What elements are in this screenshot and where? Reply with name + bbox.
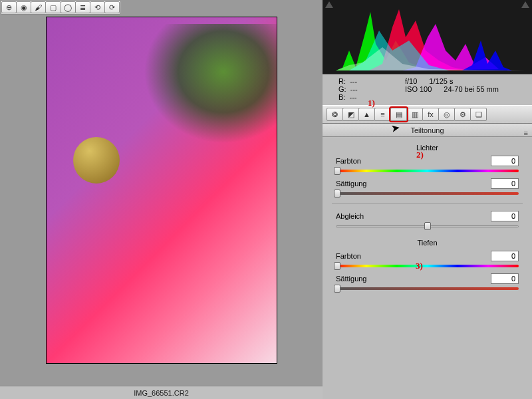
highlights-sat-label: Sättigung: [336, 180, 366, 188]
shadows-sat-slider[interactable]: [336, 285, 519, 292]
eye-tool-icon[interactable]: ◉: [16, 1, 31, 13]
tonecurve-icon[interactable]: ◩: [342, 108, 359, 121]
presets-icon[interactable]: ❏: [470, 108, 487, 121]
rotate-cw-icon[interactable]: ⟳: [104, 1, 120, 13]
shadows-hue-slider[interactable]: [336, 263, 519, 269]
annotation-3: 3): [416, 261, 423, 271]
shadows-sat-label: Sättigung: [336, 275, 366, 283]
fx-icon[interactable]: fx: [422, 108, 439, 121]
preview-toolbar: ⊕◉🖌▢◯≣⟲⟳: [0, 0, 121, 15]
histogram[interactable]: [323, 0, 532, 74]
highlights-hue-control: Farbton: [336, 156, 519, 174]
panel-title: Teiltonung: [410, 126, 444, 134]
divider: [332, 203, 523, 204]
g-value: ---: [350, 85, 358, 93]
highlights-sat-control: Sättigung: [336, 178, 519, 197]
aperture-icon[interactable]: ❂: [327, 108, 343, 121]
lens-value: 24-70 bei 55 mm: [444, 85, 499, 93]
panel-header: Teiltonung ≡: [323, 124, 532, 137]
hsl-icon[interactable]: ≡: [374, 108, 391, 121]
highlights-title: Lichter: [336, 144, 519, 152]
annotation-2: 2): [416, 150, 424, 160]
highlights-hue-slider[interactable]: [336, 168, 519, 174]
highlights-sat-slider[interactable]: [336, 190, 519, 197]
shadows-title: Tiefen: [336, 239, 519, 247]
r-value: ---: [350, 77, 357, 85]
annotation-1: 1): [368, 98, 375, 108]
r-label: R:: [338, 77, 346, 85]
highlights-hue-label: Farbton: [336, 157, 361, 165]
rotate-ccw-icon[interactable]: ⟲: [90, 1, 105, 13]
highlights-hue-input[interactable]: [491, 156, 519, 166]
panel-menu-icon[interactable]: ≡: [524, 126, 528, 140]
canvas-area[interactable]: [0, 16, 323, 385]
balance-input[interactable]: [491, 211, 519, 221]
camera-icon[interactable]: ◎: [438, 108, 455, 121]
shadows-sat-control: Sättigung: [336, 273, 519, 292]
aperture-value: f/10: [405, 77, 417, 85]
shutter-value: 1/125 s: [429, 77, 453, 85]
shadows-sat-input[interactable]: [491, 273, 519, 284]
list-tool-icon[interactable]: ≣: [75, 1, 90, 13]
splittone-icon[interactable]: ▤: [390, 108, 407, 121]
histogram-graph: [329, 4, 525, 70]
lens-icon[interactable]: ▥: [406, 108, 423, 121]
b-value: ---: [350, 93, 357, 101]
image-preview[interactable]: [47, 17, 277, 363]
target-tool-icon[interactable]: ⊕: [1, 1, 17, 13]
highlights-sat-input[interactable]: [491, 178, 519, 189]
detail-icon[interactable]: ▲: [358, 108, 375, 121]
g-label: G:: [338, 85, 346, 93]
shadows-hue-label: Farbton: [336, 252, 361, 260]
panel-body: Lichter Farbton Sättigung Abgleich Tiefe…: [323, 137, 532, 303]
crop-tool-icon[interactable]: ▢: [45, 1, 61, 13]
b-label: B:: [338, 93, 345, 101]
adjustments-pane: R: --- f/101/125 s G: --- ISO 10024-70 b…: [323, 0, 532, 399]
iso-value: ISO 100: [405, 85, 432, 93]
shadows-hue-input[interactable]: [491, 251, 519, 261]
brush-tool-icon[interactable]: 🖌: [31, 1, 46, 13]
sliders-icon[interactable]: ⚙: [454, 108, 471, 121]
balance-label: Abgleich: [336, 212, 364, 220]
balance-slider[interactable]: [336, 223, 519, 229]
preview-pane: ⊕◉🖌▢◯≣⟲⟳ IMG_66551.CR2: [0, 0, 323, 399]
balance-control: Abgleich: [336, 211, 519, 229]
ellipse-tool-icon[interactable]: ◯: [61, 1, 76, 13]
filename-label: IMG_66551.CR2: [0, 386, 323, 399]
shadows-hue-control: Farbton: [336, 251, 519, 269]
image-metadata: R: --- f/101/125 s G: --- ISO 10024-70 b…: [323, 74, 532, 105]
panel-toolbar: ❂◩▲≡▤▥fx◎⚙❏: [323, 105, 532, 124]
